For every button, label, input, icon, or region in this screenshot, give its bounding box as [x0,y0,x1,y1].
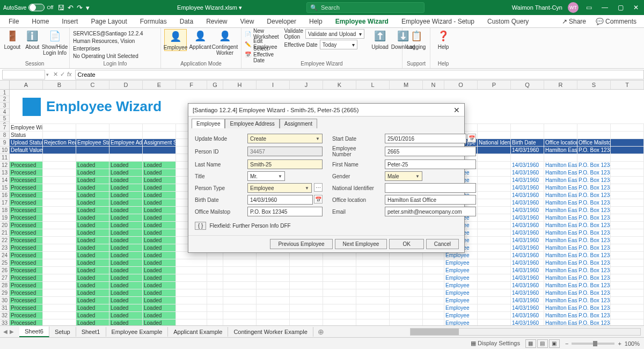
cell[interactable] [290,274,323,282]
cell[interactable]: 14/03/1960 [511,274,544,282]
cell[interactable]: Loaded [143,304,176,312]
cell[interactable]: Status [10,132,43,139]
cell[interactable] [356,289,390,297]
cell[interactable] [356,304,390,312]
cell[interactable] [390,297,423,304]
col-header-H[interactable]: H [223,81,257,89]
cell[interactable]: Loaded [109,244,143,252]
cell[interactable] [356,259,390,267]
cell[interactable]: Processed [10,297,43,304]
cell[interactable]: Hamilton East O [544,177,577,184]
cell[interactable] [176,252,207,259]
cell[interactable] [611,192,644,199]
row-header[interactable]: 22 [0,237,10,244]
cell[interactable] [323,267,356,274]
cell[interactable] [423,297,444,304]
cell[interactable] [511,154,544,162]
cell[interactable]: Loaded [143,177,176,184]
cell[interactable] [257,297,290,304]
natid-field[interactable] [385,183,476,193]
cell[interactable] [257,289,290,297]
cell[interactable] [257,274,290,282]
name-box[interactable] [2,70,45,79]
cell[interactable]: Hamilton East O [544,304,577,312]
cell[interactable] [478,154,511,162]
dialog-titlebar[interactable]: [Santiago 12.2.4] Employee Wizard - Smit… [188,104,464,117]
sheet-prev-icon[interactable]: ◀ [3,329,8,335]
cell[interactable]: Hamilton East O [544,229,577,237]
cell[interactable]: Loaded [109,162,143,169]
cell[interactable]: Loaded [143,184,176,192]
cell[interactable] [257,282,290,289]
cell[interactable] [176,312,207,319]
cell[interactable] [611,132,644,139]
cell[interactable] [43,154,76,162]
cell[interactable] [577,132,611,139]
close-icon[interactable]: ✕ [631,4,641,11]
cell[interactable]: 14/03/1960 [511,199,544,207]
maximize-icon[interactable]: ▢ [616,4,626,11]
cell[interactable]: Loaded [109,274,143,282]
cell[interactable]: Employee [444,297,478,304]
cell[interactable]: P.O. Box 12345 [577,282,611,289]
cell[interactable]: P.O. Box 12345 [577,312,611,319]
cell[interactable]: 14/03/1960 [511,184,544,192]
horizontal-scrollbar[interactable] [410,328,641,336]
cell[interactable] [478,244,511,252]
help-button[interactable]: ❓Help [434,29,453,50]
cell[interactable] [290,304,323,312]
row-header[interactable]: 30 [0,297,10,304]
tab-view[interactable]: View [235,16,260,27]
cell[interactable]: Processed [10,282,43,289]
cell[interactable] [423,259,444,267]
cell[interactable]: Employee [444,267,478,274]
cell[interactable]: Loaded [109,207,143,214]
cell[interactable] [43,177,76,184]
cell[interactable] [356,274,390,282]
cell[interactable] [43,229,76,237]
col-header-A[interactable]: A [10,81,43,89]
col-header-C[interactable]: C [76,81,109,89]
cell[interactable] [577,124,611,132]
cell[interactable]: Loaded [109,297,143,304]
cell[interactable]: Loaded [143,289,176,297]
tab-home[interactable]: Home [26,16,54,27]
sheet-tab-sheet6[interactable]: Sheet6 [19,326,49,337]
cell[interactable] [290,267,323,274]
cell[interactable] [611,184,644,192]
cell[interactable]: Loaded [143,192,176,199]
cell[interactable]: P.O. Box 12345 [577,252,611,259]
cell[interactable]: Loaded [109,222,143,229]
cell[interactable]: Loaded [109,289,143,297]
cell[interactable]: Processed [10,274,43,282]
cell[interactable]: 14/03/1960 [511,229,544,237]
cell[interactable] [478,282,511,289]
cell[interactable]: Loaded [109,312,143,319]
col-header-I[interactable]: I [257,81,290,89]
cell[interactable] [207,274,223,282]
cell[interactable]: Loaded [76,229,109,237]
row-header[interactable]: 24 [0,252,10,259]
cell[interactable] [611,139,644,147]
cell[interactable]: P.O. Box 12345 [577,162,611,169]
cell[interactable]: Processed [10,289,43,297]
cell[interactable]: Loaded [109,229,143,237]
cell[interactable] [611,147,644,154]
col-header-T[interactable]: T [611,81,644,89]
cell[interactable] [544,154,577,162]
cell[interactable] [176,304,207,312]
cell[interactable] [10,154,43,162]
cell[interactable]: Loaded [109,192,143,199]
cell[interactable] [478,177,511,184]
cell[interactable]: Employee [444,312,478,319]
redo-icon[interactable]: ↷ [77,4,83,12]
fx-icon[interactable]: fx [67,71,72,78]
cell[interactable] [223,252,257,259]
cell[interactable]: Loaded [109,252,143,259]
ok-button[interactable]: OK [389,239,423,249]
cell[interactable]: Processed [10,184,43,192]
cell[interactable]: National Identifier [478,139,511,147]
cell[interactable]: Hamilton East O [544,162,577,169]
cell[interactable]: 14/03/1960 [511,147,544,154]
zoom-level[interactable]: 100% [625,340,640,347]
